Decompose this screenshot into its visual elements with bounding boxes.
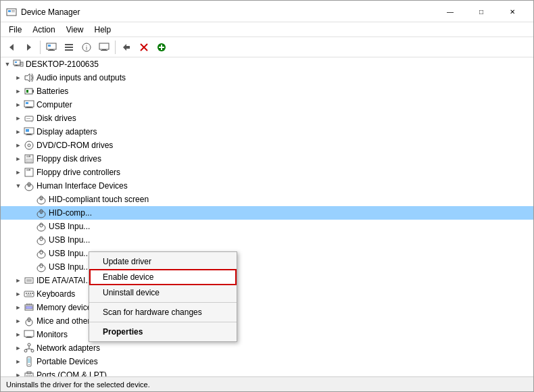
title-bar: Device Manager — □ ✕ bbox=[1, 1, 533, 22]
svg-point-47 bbox=[28, 144, 30, 147]
svg-rect-89 bbox=[24, 330, 34, 337]
portable-label: Portable Devices bbox=[37, 357, 98, 366]
root-expand[interactable]: ▼ bbox=[2, 59, 13, 70]
mice-expand[interactable]: ► bbox=[13, 316, 24, 326]
forward-button[interactable] bbox=[21, 39, 37, 55]
svg-rect-68 bbox=[40, 237, 43, 241]
svg-rect-37 bbox=[26, 107, 32, 107]
ctx-properties[interactable]: Properties bbox=[89, 324, 237, 339]
floppy-label: Floppy disk drives bbox=[37, 154, 101, 164]
audio-expand[interactable]: ► bbox=[13, 72, 24, 83]
tree-item-usb2[interactable]: ► USB Inpu... bbox=[1, 233, 533, 247]
tree-item-keyboards[interactable]: ► Keyboards bbox=[1, 287, 533, 301]
svg-marker-31 bbox=[25, 74, 30, 82]
tree-item-ide[interactable]: ► IDE ATA/ATAI... bbox=[1, 274, 533, 287]
memory-expand[interactable]: ► bbox=[13, 302, 24, 313]
window-icon bbox=[6, 7, 17, 18]
ctx-update-driver[interactable]: Update driver bbox=[89, 254, 237, 269]
menu-view[interactable]: View bbox=[61, 24, 89, 35]
tree-item-audio[interactable]: ► Audio inputs and outputs bbox=[1, 71, 533, 84]
tree-item-hid[interactable]: ▼ Human Interface Devices bbox=[1, 179, 533, 193]
info-button[interactable]: i bbox=[78, 39, 95, 55]
usb1-icon bbox=[36, 221, 47, 232]
dvd-label: DVD/CD-ROM drives bbox=[37, 141, 113, 150]
svg-rect-84 bbox=[30, 303, 32, 305]
menu-help[interactable]: Help bbox=[89, 24, 117, 35]
tree-item-hid-comp[interactable]: ► HID-comp... bbox=[1, 206, 533, 220]
back-button[interactable] bbox=[3, 39, 20, 55]
ctx-enable-device[interactable]: Enable device bbox=[89, 269, 237, 285]
close-button[interactable]: ✕ bbox=[497, 4, 528, 20]
computer-button[interactable] bbox=[43, 39, 59, 55]
floppy-expand[interactable]: ► bbox=[13, 153, 24, 164]
batteries-expand[interactable]: ► bbox=[13, 86, 24, 97]
svg-point-94 bbox=[31, 349, 34, 352]
display-button[interactable] bbox=[96, 39, 112, 55]
tree-item-mice[interactable]: ► Mice and other pointing devices bbox=[1, 314, 533, 328]
maximize-button[interactable]: □ bbox=[466, 4, 497, 20]
usb2-label: USB Inpu... bbox=[49, 235, 90, 245]
ports-icon bbox=[24, 370, 34, 376]
menu-file[interactable]: File bbox=[3, 24, 27, 35]
tree-item-usb4[interactable]: ► USB Inpu... bbox=[1, 260, 533, 274]
disk-expand[interactable]: ► bbox=[13, 113, 24, 124]
tree-item-disk[interactable]: ► Disk drives bbox=[1, 112, 533, 125]
portable-expand[interactable]: ► bbox=[13, 356, 24, 367]
hid-touch-label: HID-compliant touch screen bbox=[49, 195, 149, 204]
floppy-ctrl-icon bbox=[24, 167, 34, 178]
audio-icon bbox=[24, 72, 34, 83]
list-button[interactable] bbox=[61, 39, 77, 55]
display-label: Display adapters bbox=[37, 127, 97, 137]
minimize-button[interactable]: — bbox=[435, 4, 466, 20]
tree-item-network[interactable]: ► Network adapters bbox=[1, 341, 533, 355]
usb4-icon bbox=[36, 262, 47, 272]
tree-root[interactable]: ▼ DESKTOP-2100635 bbox=[1, 57, 533, 71]
menu-action[interactable]: Action bbox=[27, 24, 60, 35]
hid-comp-label: HID-comp... bbox=[49, 208, 92, 218]
tree-item-computer[interactable]: ► Computer bbox=[1, 98, 533, 112]
svg-text:i: i bbox=[86, 45, 87, 51]
main-area: ▼ DESKTOP-2100635 ► bbox=[1, 57, 533, 376]
tree-item-display[interactable]: ► Display adapters bbox=[1, 125, 533, 139]
floppy-ctrl-expand[interactable]: ► bbox=[13, 167, 24, 178]
tree-item-ports[interactable]: ► Ports (COM & LPT) bbox=[1, 368, 533, 376]
tree-item-usb1[interactable]: ► USB Inpu... bbox=[1, 220, 533, 233]
svg-rect-66 bbox=[40, 223, 43, 227]
tree-item-batteries[interactable]: ► Batteries bbox=[1, 84, 533, 98]
ide-label: IDE ATA/ATAI... bbox=[37, 276, 92, 285]
ide-expand[interactable]: ► bbox=[13, 275, 24, 286]
tree-item-usb3[interactable]: ► USB Inpu... bbox=[1, 247, 533, 260]
arrow-button[interactable] bbox=[118, 39, 135, 55]
tree-item-dvd[interactable]: ► DVD/CD-ROM drives bbox=[1, 139, 533, 152]
add-button[interactable] bbox=[153, 39, 170, 55]
tree-item-portable[interactable]: ► Portable Devices bbox=[1, 355, 533, 368]
network-label: Network adapters bbox=[37, 343, 100, 353]
title-bar-left: Device Manager bbox=[6, 7, 80, 18]
monitors-expand[interactable]: ► bbox=[13, 329, 24, 340]
tree-item-hid-touch[interactable]: ► HID-compliant touch screen bbox=[1, 193, 533, 206]
computer-expand[interactable]: ► bbox=[13, 99, 24, 110]
tree-panel[interactable]: ▼ DESKTOP-2100635 ► bbox=[1, 57, 533, 376]
tree-item-memory[interactable]: ► Memory devices bbox=[1, 301, 533, 314]
svg-rect-27 bbox=[14, 66, 20, 66]
svg-rect-100 bbox=[28, 358, 30, 363]
svg-point-46 bbox=[25, 141, 33, 149]
ports-expand[interactable]: ► bbox=[13, 370, 24, 376]
svg-rect-41 bbox=[26, 118, 30, 119]
ctx-scan[interactable]: Scan for hardware changes bbox=[89, 305, 237, 320]
memory-icon bbox=[24, 302, 34, 313]
tree-item-monitors[interactable]: ► Monitors bbox=[1, 328, 533, 341]
display-expand[interactable]: ► bbox=[13, 126, 24, 137]
tree-item-floppy[interactable]: ► Floppy disk drives bbox=[1, 152, 533, 166]
keyboards-expand[interactable]: ► bbox=[13, 289, 24, 299]
ctx-uninstall-device[interactable]: Uninstall device bbox=[89, 285, 237, 300]
svg-rect-3 bbox=[11, 11, 15, 12]
delete-button[interactable] bbox=[136, 39, 152, 55]
tree-item-floppy-ctrl[interactable]: ► Floppy drive controllers bbox=[1, 166, 533, 179]
svg-point-40 bbox=[31, 120, 33, 122]
dvd-expand[interactable]: ► bbox=[13, 140, 24, 151]
hid-expand[interactable]: ▼ bbox=[13, 180, 24, 191]
network-expand[interactable]: ► bbox=[13, 343, 24, 353]
svg-rect-54 bbox=[29, 169, 30, 170]
svg-rect-70 bbox=[40, 250, 43, 254]
